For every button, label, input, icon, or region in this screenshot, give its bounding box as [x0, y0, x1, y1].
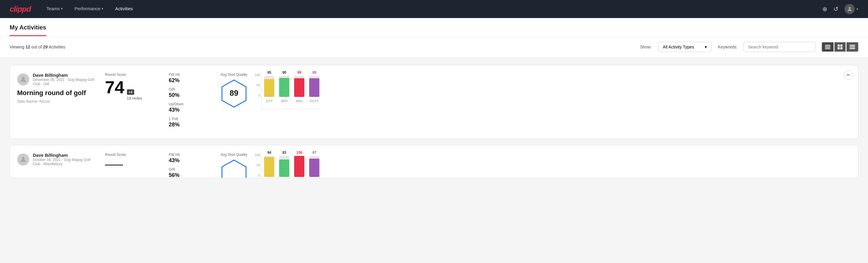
data-source: Data Source: Arccos: [17, 99, 95, 104]
nav-actions: ⊕ ↺ ▾: [822, 4, 858, 14]
show-label: Show:: [640, 45, 652, 49]
svg-text:89: 89: [230, 88, 239, 97]
user-date: December 05, 2021 - Gog Magog Golf Club …: [33, 78, 95, 86]
hex-score-shape: 89: [220, 79, 248, 109]
svg-rect-9: [850, 45, 855, 46]
svg-rect-11: [850, 48, 855, 49]
user-chevron-icon: ▾: [857, 7, 858, 11]
card-left: Dave Billingham October 16, 2021 - Gog M…: [17, 152, 95, 168]
shot-quality-section: Avg Shot Quality 100 50 0 94: [220, 152, 851, 178]
svg-rect-8: [840, 47, 842, 49]
fw-hit-value: 62%: [169, 77, 211, 84]
nav-activities[interactable]: Activities: [114, 1, 134, 18]
round-score-label: Round Score: [105, 72, 159, 77]
list-full-view-button[interactable]: [846, 42, 858, 52]
card-left: Dave Billingham December 05, 2021 - Gog …: [17, 72, 95, 104]
stats-section: FW Hit 62% GIR 50% Up/Down 43% 1 Putt 28…: [169, 72, 211, 132]
page-header: My Activities: [0, 18, 868, 36]
nav-teams[interactable]: Teams ▾: [45, 1, 64, 18]
updown-value: 43%: [169, 107, 211, 113]
stat-row: FW Hit 62%: [169, 72, 211, 84]
svg-rect-3: [825, 47, 830, 48]
user-name: Dave Billingham: [33, 152, 95, 158]
bar-group-ott: 85 OTT: [264, 70, 274, 103]
bar-group-ott: 94 OTT: [264, 150, 274, 178]
activities-list: ✏ Dave Billingham December 05, 2021 - Go…: [0, 58, 868, 192]
avatar: [844, 4, 855, 14]
bar-group-putt: 89 PUTT: [309, 70, 319, 103]
grid-view-button[interactable]: [834, 42, 846, 52]
svg-rect-5: [838, 45, 840, 47]
viewing-text: Viewing 12 out of 29 Activities: [10, 45, 634, 49]
edit-button[interactable]: ✏: [844, 70, 853, 80]
stat-row: FW Hit 43%: [169, 152, 211, 164]
gir-value: 50%: [169, 92, 211, 98]
gir-value: 56%: [169, 172, 211, 178]
fw-hit-label: FW Hit: [169, 72, 211, 77]
navbar: clippd Teams ▾ Performance ▾ Activities …: [0, 0, 868, 18]
view-toggle: [822, 42, 858, 52]
svg-rect-4: [825, 49, 830, 49]
holes-text: 18 Holes: [127, 96, 142, 100]
stats-section: FW Hit 43% GIR 56%: [169, 152, 211, 178]
teams-chevron-icon: ▾: [61, 7, 63, 10]
stat-row: GIR 56%: [169, 167, 211, 178]
svg-point-12: [22, 77, 25, 80]
avatar: [17, 74, 29, 85]
svg-marker-16: [222, 160, 246, 178]
gir-label: GIR: [169, 167, 211, 172]
gir-label: GIR: [169, 87, 211, 91]
search-input[interactable]: [743, 42, 816, 52]
svg-rect-10: [850, 47, 855, 48]
updown-label: Up/Down: [169, 102, 211, 106]
bar-group-app: 83 APP: [279, 150, 289, 178]
score-placeholder: [105, 165, 123, 166]
svg-rect-7: [838, 47, 840, 49]
round-score-section: Round Score: [105, 152, 159, 166]
oneputt-value: 28%: [169, 122, 211, 128]
activity-type-chevron-icon: ▾: [705, 45, 707, 49]
avg-shot-quality-label: Avg Shot Quality: [220, 72, 248, 77]
svg-rect-1: [825, 45, 830, 46]
bar-group-app: 90 APP: [279, 70, 289, 103]
user-menu[interactable]: ▾: [844, 4, 858, 14]
performance-chevron-icon: ▾: [102, 7, 103, 10]
oneputt-label: 1 Putt: [169, 117, 211, 121]
round-score-value: 74: [105, 79, 125, 96]
avg-shot-quality-label: Avg Shot Quality: [220, 152, 248, 157]
fw-hit-value: 43%: [169, 157, 211, 164]
filter-bar: Viewing 12 out of 29 Activities Show: Al…: [0, 36, 868, 58]
user-row: Dave Billingham October 16, 2021 - Gog M…: [17, 152, 95, 166]
avatar: [17, 153, 29, 166]
activity-title: Morning round of golf: [17, 89, 95, 97]
nav-performance[interactable]: Performance ▾: [73, 1, 104, 18]
user-name: Dave Billingham: [33, 72, 95, 78]
round-score-label: Round Score: [105, 152, 159, 157]
page-title: My Activities: [10, 18, 46, 36]
list-compact-view-button[interactable]: [822, 42, 834, 52]
round-score-section: Round Score 74 +4 18 Holes: [105, 72, 159, 102]
add-icon[interactable]: ⊕: [822, 5, 828, 12]
svg-point-0: [849, 7, 851, 9]
refresh-icon[interactable]: ↺: [833, 5, 839, 12]
svg-rect-6: [840, 45, 842, 47]
stat-row: GIR 50%: [169, 87, 211, 98]
keywords-label: Keywords:: [718, 45, 738, 49]
stat-row: Up/Down 43%: [169, 102, 211, 113]
shot-quality-section: Avg Shot Quality 89 100 50 0: [220, 72, 851, 110]
svg-point-15: [22, 157, 25, 160]
bar-group-arg: 89 ARG: [294, 70, 304, 103]
user-date: October 16, 2021 - Gog Magog Golf Club -…: [33, 158, 95, 166]
hex-score-shape: [220, 158, 248, 178]
activity-card: ✏ Dave Billingham December 05, 2021 - Go…: [10, 65, 858, 139]
score-badge: +4: [127, 89, 134, 95]
y-axis: 100 50 0: [255, 73, 261, 103]
bar-group-arg: 106 ARG: [294, 150, 304, 178]
user-row: Dave Billingham December 05, 2021 - Gog …: [17, 72, 95, 86]
y-axis: 100 50 0: [255, 153, 261, 178]
app-logo[interactable]: clippd: [10, 4, 31, 14]
svg-rect-2: [825, 46, 830, 47]
fw-hit-label: FW Hit: [169, 152, 211, 157]
activity-type-dropdown[interactable]: All Activity Types ▾: [658, 42, 712, 52]
activity-card: Dave Billingham October 16, 2021 - Gog M…: [10, 145, 858, 178]
